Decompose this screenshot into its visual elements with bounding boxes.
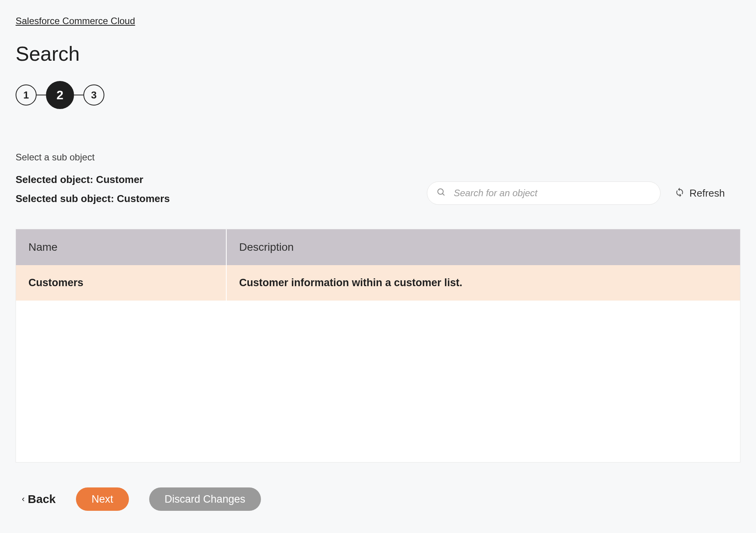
breadcrumb-salesforce-commerce-cloud[interactable]: Salesforce Commerce Cloud bbox=[16, 16, 135, 26]
page-title: Search bbox=[16, 42, 740, 65]
back-label: Back bbox=[28, 493, 56, 506]
step-1[interactable]: 1 bbox=[16, 84, 37, 106]
discard-changes-button[interactable]: Discard Changes bbox=[149, 487, 261, 511]
step-2[interactable]: 2 bbox=[46, 81, 74, 109]
refresh-button[interactable]: Refresh bbox=[675, 187, 725, 199]
search-icon bbox=[437, 188, 446, 199]
step-connector bbox=[74, 95, 83, 95]
svg-point-0 bbox=[438, 189, 443, 194]
refresh-label: Refresh bbox=[689, 187, 725, 199]
search-box[interactable] bbox=[427, 181, 661, 205]
chevron-left-icon: ‹ bbox=[22, 494, 25, 504]
column-header-description: Description bbox=[226, 229, 740, 265]
column-header-name: Name bbox=[16, 229, 226, 265]
table-row[interactable]: Customers Customer information within a … bbox=[16, 265, 740, 301]
object-table-container: Name Description Customers Customer info… bbox=[16, 229, 740, 463]
object-table: Name Description Customers Customer info… bbox=[16, 229, 740, 301]
back-button[interactable]: ‹ Back bbox=[22, 493, 56, 506]
selected-sub-object-label: Selected sub object: Customers bbox=[16, 193, 170, 205]
stepper: 1 2 3 bbox=[16, 81, 740, 109]
subheading-select-sub-object: Select a sub object bbox=[16, 152, 740, 163]
selected-object-label: Selected object: Customer bbox=[16, 174, 170, 186]
cell-description: Customer information within a customer l… bbox=[226, 265, 740, 301]
search-input[interactable] bbox=[454, 188, 651, 199]
step-connector bbox=[37, 95, 46, 95]
svg-line-1 bbox=[442, 193, 444, 195]
step-3[interactable]: 3 bbox=[83, 84, 104, 106]
cell-name: Customers bbox=[16, 265, 226, 301]
next-button[interactable]: Next bbox=[76, 487, 129, 511]
refresh-icon bbox=[675, 187, 685, 199]
